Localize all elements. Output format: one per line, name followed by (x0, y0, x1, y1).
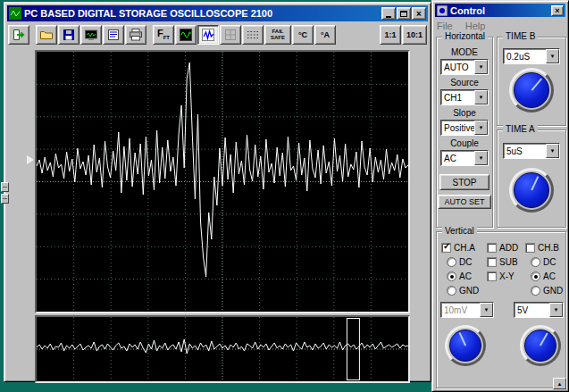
scroll-up-button[interactable]: ▲ (553, 378, 566, 389)
mode-select[interactable]: AUTO ▼ (440, 59, 489, 75)
cha-label: CH.A (454, 243, 475, 253)
slope-select[interactable]: Positive ▼ (440, 120, 489, 136)
cha-knob-face (449, 329, 481, 362)
chevron-down-icon[interactable]: ▼ (546, 49, 559, 63)
notebook-button[interactable] (103, 25, 124, 45)
maximize-button[interactable] (397, 7, 411, 20)
close-button[interactable]: × (412, 7, 426, 20)
cha-position-knob[interactable] (445, 325, 486, 366)
save-button[interactable] (58, 25, 79, 45)
cha-volt-value: 10mV (441, 303, 480, 317)
temp-c-button[interactable]: °C (292, 25, 314, 45)
radio-circle (531, 286, 540, 296)
control-window-icon (437, 5, 448, 16)
print-button[interactable] (125, 25, 146, 45)
chevron-down-icon[interactable]: ▼ (546, 144, 559, 158)
position-slider-a[interactable] (1, 182, 9, 192)
time-b-knob[interactable] (509, 68, 554, 113)
trace-mode-button[interactable] (197, 25, 219, 45)
sub-checkbox[interactable]: SUB (487, 257, 518, 267)
couple-value: AC (441, 151, 474, 165)
horizontal-group-title: Horizontal (442, 31, 488, 41)
desktop: PC BASED DIGITAL STORAGE OSCILLOSCOPE 21… (0, 0, 569, 392)
source-select[interactable]: CH1 ▼ (440, 89, 489, 105)
screen-capture-button[interactable] (80, 25, 102, 45)
sub-label: SUB (499, 257, 518, 267)
control-close-button[interactable]: × (551, 5, 564, 16)
couple-select[interactable]: AC ▼ (440, 150, 489, 166)
auto-set-button[interactable]: AUTO SET (438, 195, 491, 209)
waveform-display-button[interactable] (175, 25, 197, 45)
deg-c-label: °C (298, 30, 307, 39)
menu-file[interactable]: File (437, 21, 453, 31)
control-titlebar[interactable]: Control × (435, 4, 565, 17)
menu-help[interactable]: Help (465, 21, 486, 31)
fail-safe-button[interactable]: FAILSAFE (264, 25, 291, 45)
horizontal-group: Horizontal MODE AUTO ▼ Source CH1 ▼ Slop… (436, 37, 493, 228)
radio-circle (447, 257, 456, 267)
chb-dc-radio[interactable]: DC (531, 257, 556, 267)
knob-pointer (458, 332, 465, 346)
slope-value: Positive (441, 121, 474, 135)
maximize-icon (400, 11, 407, 17)
chb-knob-face (524, 329, 556, 362)
temp-a-button[interactable]: °A (314, 25, 336, 45)
knob-pointer (540, 333, 548, 346)
position-slider-b[interactable] (1, 194, 9, 204)
cha-ac-radio[interactable]: AC (447, 271, 472, 281)
chevron-down-icon[interactable]: ▼ (474, 121, 488, 135)
chb-gnd-radio[interactable]: GND (531, 286, 563, 296)
mode-label: MODE (451, 47, 478, 57)
chb-position-knob[interactable] (520, 325, 561, 366)
add-label: ADD (499, 243, 518, 253)
open-file-button[interactable] (36, 25, 57, 45)
checkbox-box (487, 257, 497, 267)
cha-dc-radio[interactable]: DC (447, 257, 472, 267)
xy-checkbox[interactable]: X-Y (487, 271, 515, 281)
vertical-group: Vertical ✓ CH.A ADD CH.B DC SUB (436, 231, 566, 388)
cha-checkbox[interactable]: ✓ CH.A (441, 243, 475, 253)
scope-screen-icon (84, 28, 98, 42)
ratio-10-1-button[interactable]: 10:1 (402, 25, 427, 45)
control-title: Control (450, 5, 548, 16)
grid-button (220, 25, 241, 45)
dc-label: DC (459, 257, 472, 267)
exit-button[interactable] (8, 25, 29, 45)
stop-button[interactable]: STOP (439, 174, 490, 190)
time-a-select[interactable]: 5uS ▼ (503, 143, 560, 159)
add-checkbox[interactable]: ADD (487, 243, 518, 253)
minimize-button[interactable] (381, 7, 396, 20)
minimize-icon (386, 16, 391, 18)
fft-button[interactable]: FFT (153, 25, 174, 45)
dotted-grid-button[interactable] (242, 25, 264, 45)
cha-gnd-radio[interactable]: GND (447, 286, 479, 296)
time-a-knob[interactable] (509, 168, 554, 213)
chb-volt-select[interactable]: 5V ▼ (514, 302, 564, 318)
time-b-knob-face (514, 72, 549, 108)
ratio-1-1-button[interactable]: 1:1 (380, 25, 401, 45)
chevron-down-icon[interactable]: ▼ (474, 151, 488, 165)
oscilloscope-window: PC BASED DIGITAL STORAGE OSCILLOSCOPE 21… (4, 2, 431, 382)
time-b-select[interactable]: 0.2uS ▼ (503, 48, 560, 64)
chevron-down-icon[interactable]: ▼ (474, 60, 488, 74)
chevron-down-icon[interactable]: ▼ (549, 303, 563, 317)
zoom-scope-display[interactable] (35, 315, 410, 383)
zoom-waveform[interactable] (37, 317, 408, 381)
main-titlebar[interactable]: PC BASED DIGITAL STORAGE OSCILLOSCOPE 21… (7, 5, 428, 21)
floppy-disk-icon (62, 28, 76, 42)
main-scope-display (35, 50, 410, 313)
ac-label: AC (459, 271, 472, 281)
exit-icon (12, 28, 26, 42)
blue-waveform-icon (201, 28, 215, 42)
chb-volt-value: 5V (515, 303, 549, 317)
gnd-label: GND (459, 286, 479, 296)
trigger-level-marker[interactable] (27, 155, 34, 164)
checkbox-box (487, 271, 497, 281)
open-folder-icon (39, 28, 54, 42)
chb-checkbox[interactable]: CH.B (525, 243, 559, 253)
chevron-down-icon[interactable]: ▼ (474, 90, 488, 104)
chb-ac-radio[interactable]: AC (531, 271, 556, 281)
radio-circle (447, 271, 456, 281)
checkbox-box (525, 243, 535, 253)
gnd-label: GND (543, 286, 563, 296)
